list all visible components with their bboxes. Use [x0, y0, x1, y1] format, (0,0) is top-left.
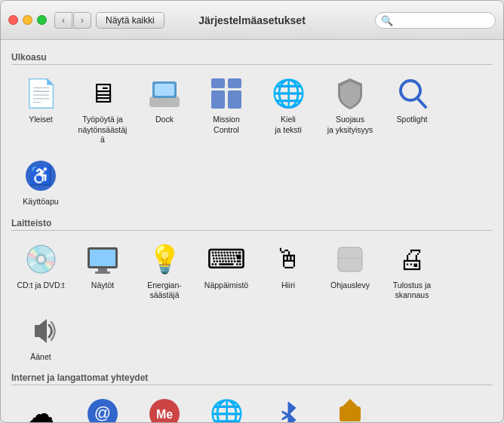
icon-item-kieli[interactable]: 🌐Kieli ja teksti — [259, 71, 318, 150]
icon-label-suojaus: Suojaus ja yksityisyys — [327, 115, 373, 135]
icon-label-tulostus: Tulostus ja skannaus — [393, 280, 431, 301]
icon-item-spotlight[interactable]: Spotlight — [383, 71, 441, 150]
icon-mobileme: Me — [146, 396, 183, 422]
icon-item-nappaimisto[interactable]: ⌨Näppäimistö — [197, 237, 256, 305]
section-label-internet: Internet ja langattomat yhteydet — [11, 372, 493, 385]
icon-cddvd: 💿 — [23, 241, 59, 277]
window-title: Järjestelmäasetukset — [198, 14, 306, 26]
icon-nappaimisto: ⌨ — [208, 241, 244, 277]
section-label-ulkoasu: Ulkoasu — [11, 52, 493, 65]
icon-hiiri: 🖱 — [270, 241, 306, 277]
icon-item-kayttoapu[interactable]: ♿Käyttöapu — [11, 153, 70, 212]
show-all-button[interactable]: Näytä kaikki — [96, 12, 164, 29]
minimize-button[interactable] — [23, 15, 32, 25]
icon-label-aanet: Äänet — [30, 352, 51, 363]
svg-rect-15 — [338, 247, 362, 271]
svg-text:@: @ — [94, 403, 111, 422]
search-icon: 🔍 — [381, 14, 393, 26]
icon-label-energia: Energian- säästäjä — [147, 280, 182, 301]
forward-button[interactable]: › — [73, 12, 91, 29]
svg-rect-13 — [98, 268, 107, 271]
search-wrapper: 🔍 — [375, 12, 496, 29]
icon-grid-ulkoasu: 📄Yleiset🖥Työpöytä ja näytönsäästäjäDockM… — [11, 71, 493, 212]
icon-item-jako[interactable]: Jako — [321, 391, 380, 422]
icon-label-tyopoyta: Työpöytä ja näytönsäästäjä — [76, 115, 129, 146]
icon-suojaus — [332, 75, 368, 112]
icon-item-yleiset[interactable]: 📄Yleiset — [11, 71, 70, 150]
main-window: ‹ › Näytä kaikki Järjestelmäasetukset 🔍 … — [0, 0, 504, 423]
icon-energia: 💡 — [146, 241, 183, 277]
icon-label-dock: Dock — [155, 115, 174, 125]
icon-item-tulostus[interactable]: 🖨Tulostus ja skannaus — [383, 237, 441, 305]
icon-sposti: @ — [85, 396, 121, 422]
icon-label-yleiset: Yleiset — [29, 115, 53, 125]
svg-rect-22 — [340, 406, 361, 421]
svg-text:♿: ♿ — [29, 164, 52, 186]
icon-item-mobileme[interactable]: MeMobileMe — [135, 391, 194, 422]
icon-item-sposti[interactable]: @S-posti, yhteys- tiedot ja kalenteri — [73, 391, 132, 422]
svg-rect-6 — [228, 90, 241, 109]
section-label-laitteisto: Laitteisto — [11, 218, 493, 231]
traffic-lights — [8, 15, 47, 25]
icon-item-cddvd[interactable]: 💿CD:t ja DVD:t — [11, 237, 70, 305]
icon-item-bluetooth[interactable]: Bluetooth — [259, 391, 318, 422]
icon-mission — [208, 75, 244, 112]
nav-buttons: ‹ › — [54, 12, 91, 29]
svg-marker-23 — [343, 399, 358, 406]
icon-label-mission: Mission Control — [213, 115, 240, 135]
svg-line-8 — [417, 98, 426, 107]
section-laitteisto: Laitteisto💿CD:t ja DVD:tNäytöt💡Energian-… — [11, 218, 493, 367]
icon-grid-laitteisto: 💿CD:t ja DVD:tNäytöt💡Energian- säästäjä⌨… — [11, 237, 493, 367]
close-button[interactable] — [8, 15, 18, 25]
icon-label-spotlight: Spotlight — [397, 115, 428, 125]
icon-label-nappaimisto: Näppäimistö — [204, 280, 248, 291]
icon-spotlight — [394, 75, 430, 112]
icon-item-dock[interactable]: Dock — [135, 71, 194, 150]
icon-kayttoapu: ♿ — [23, 158, 59, 194]
svg-rect-14 — [95, 271, 110, 274]
icon-bluetooth — [270, 396, 306, 422]
svg-text:Me: Me — [156, 408, 173, 421]
icon-item-aanet[interactable]: Äänet — [11, 308, 70, 367]
icon-naytot — [85, 241, 121, 277]
svg-marker-17 — [35, 319, 47, 343]
icon-verkko: 🌐 — [208, 396, 244, 422]
svg-rect-4 — [228, 78, 241, 88]
titlebar: ‹ › Näytä kaikki Järjestelmäasetukset 🔍 — [1, 1, 503, 40]
icon-label-kieli: Kieli ja teksti — [275, 115, 302, 135]
icon-item-icloud[interactable]: ☁iCloud — [11, 391, 70, 422]
maximize-button[interactable] — [37, 15, 47, 25]
search-input[interactable] — [375, 12, 496, 29]
icon-item-hiiri[interactable]: 🖱Hiiri — [259, 237, 318, 305]
svg-rect-2 — [155, 84, 174, 96]
svg-rect-5 — [211, 90, 225, 109]
content-area: Ulkoasu📄Yleiset🖥Työpöytä ja näytönsäästä… — [1, 40, 503, 422]
icon-tulostus: 🖨 — [394, 241, 430, 277]
icon-item-verkko[interactable]: 🌐Verkko — [197, 391, 256, 422]
icon-aanet — [23, 313, 59, 349]
section-internet: Internet ja langattomat yhteydet☁iCloud@… — [11, 372, 493, 422]
icon-kieli: 🌐 — [270, 75, 306, 112]
svg-rect-12 — [90, 250, 115, 266]
icon-dock — [146, 75, 183, 112]
icon-item-mission[interactable]: Mission Control — [197, 71, 256, 150]
icon-item-tyopoyta[interactable]: 🖥Työpöytä ja näytönsäästäjä — [73, 71, 132, 150]
icon-item-naytot[interactable]: Näytöt — [73, 237, 132, 305]
icon-label-cddvd: CD:t ja DVD:t — [17, 280, 64, 291]
icon-label-hiiri: Hiiri — [281, 280, 295, 291]
icon-label-kayttoapu: Käyttöapu — [23, 197, 58, 207]
icon-jako — [332, 396, 368, 422]
svg-rect-0 — [149, 97, 180, 107]
icon-item-energia[interactable]: 💡Energian- säästäjä — [135, 237, 194, 305]
section-ulkoasu: Ulkoasu📄Yleiset🖥Työpöytä ja näytönsäästä… — [11, 52, 493, 212]
icon-label-ohjauslevy: Ohjauslevy — [330, 280, 370, 291]
icon-item-ohjauslevy[interactable]: Ohjauslevy — [321, 237, 380, 305]
icon-grid-internet: ☁iCloud@S-posti, yhteys- tiedot ja kalen… — [11, 391, 493, 422]
icon-ohjauslevy — [332, 241, 368, 277]
icon-icloud: ☁ — [23, 396, 59, 422]
back-button[interactable]: ‹ — [54, 12, 72, 29]
icon-label-naytot: Näytöt — [91, 280, 114, 291]
icon-yleiset: 📄 — [23, 75, 59, 112]
icon-tyopoyta: 🖥 — [85, 75, 121, 112]
icon-item-suojaus[interactable]: Suojaus ja yksityisyys — [321, 71, 380, 150]
